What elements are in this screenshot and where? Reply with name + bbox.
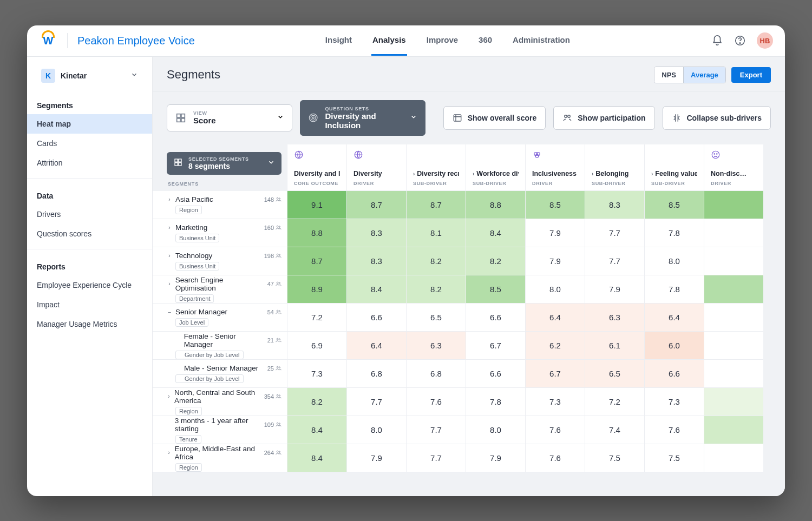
heatmap-cell[interactable]: 6.4 xyxy=(644,304,704,332)
heatmap-cell[interactable]: 7.9 xyxy=(466,444,525,472)
column-header[interactable]: ›Workforce divers…SUB-DRIVER xyxy=(466,144,525,191)
row-header[interactable]: 3 months - 1 year after starting109 Tenu… xyxy=(153,416,287,444)
topnav-item-analysis[interactable]: Analysis xyxy=(371,25,407,56)
heatmap-cell[interactable]: 8.3 xyxy=(346,247,406,275)
score-mode-nps[interactable]: NPS xyxy=(654,67,683,83)
column-header[interactable]: InclusivenessDRIVER xyxy=(525,144,585,191)
heatmap-cell[interactable]: 7.7 xyxy=(585,247,644,275)
sidebar-item-drivers[interactable]: Drivers xyxy=(27,205,152,224)
column-header[interactable]: Diversity and Inclu…CORE OUTCOME xyxy=(287,144,346,191)
heatmap-cell[interactable]: 6.8 xyxy=(406,360,466,388)
row-header[interactable]: ›Technology198 Business Unit xyxy=(153,247,287,275)
heatmap-cell[interactable]: 6.5 xyxy=(406,304,466,332)
heatmap-cell[interactable]: 6.1 xyxy=(585,332,644,360)
heatmap-cell[interactable]: 8.2 xyxy=(466,247,525,275)
heatmap-cell[interactable] xyxy=(704,444,763,472)
heatmap-cell[interactable]: 8.4 xyxy=(466,219,525,247)
heatmap-cell[interactable]: 7.4 xyxy=(585,416,644,444)
heatmap-cell[interactable]: 8.3 xyxy=(346,219,406,247)
heatmap-cell[interactable]: 8.2 xyxy=(406,275,466,304)
heatmap-cell[interactable]: 6.7 xyxy=(466,332,525,360)
heatmap-cell[interactable]: 6.3 xyxy=(406,332,466,360)
expand-icon[interactable]: – xyxy=(167,309,172,315)
heatmap-cell[interactable]: 7.6 xyxy=(406,388,466,416)
heatmap-cell[interactable] xyxy=(704,332,763,360)
row-header[interactable]: ›Asia Pacific148 Region xyxy=(153,191,287,219)
collapse-subdrivers-button[interactable]: Collapse sub-drivers xyxy=(663,106,771,130)
topnav-item-insight[interactable]: Insight xyxy=(324,25,353,56)
heatmap-cell[interactable]: 8.2 xyxy=(406,247,466,275)
heatmap-cell[interactable]: 7.6 xyxy=(525,416,585,444)
expand-icon[interactable]: › xyxy=(167,225,172,230)
heatmap-cell[interactable]: 7.2 xyxy=(585,388,644,416)
row-header[interactable]: Female - Senior Manager21 Gender by Job … xyxy=(153,332,287,360)
heatmap-cell[interactable]: 7.7 xyxy=(346,388,406,416)
view-selector[interactable]: VIEW Score xyxy=(167,104,292,131)
heatmap-cell[interactable]: 7.9 xyxy=(525,219,585,247)
heatmap-cell[interactable]: 6.6 xyxy=(466,304,525,332)
sidebar-item-impact[interactable]: Impact xyxy=(27,295,152,314)
heatmap-cell[interactable]: 8.7 xyxy=(346,191,406,219)
heatmap-cell[interactable] xyxy=(704,275,763,304)
heatmap-cell[interactable]: 8.9 xyxy=(287,275,346,304)
heatmap-cell[interactable]: 6.6 xyxy=(644,360,704,388)
expand-icon[interactable]: › xyxy=(167,281,172,287)
heatmap-cell[interactable]: 8.4 xyxy=(287,416,346,444)
heatmap-cell[interactable]: 8.4 xyxy=(346,275,406,304)
heatmap-cell[interactable]: 8.1 xyxy=(406,219,466,247)
heatmap-cell[interactable]: 7.8 xyxy=(466,388,525,416)
topnav-item-administration[interactable]: Administration xyxy=(512,25,571,56)
sidebar-item-employee-experience-cycle[interactable]: Employee Experience Cycle xyxy=(27,275,152,295)
column-header[interactable]: ›Diversity recruit…SUB-DRIVER xyxy=(406,144,466,191)
heatmap-cell[interactable] xyxy=(704,191,763,219)
export-button[interactable]: Export xyxy=(731,67,771,83)
heatmap-cell[interactable]: 7.9 xyxy=(346,444,406,472)
heatmap-cell[interactable]: 8.2 xyxy=(287,388,346,416)
heatmap-cell[interactable]: 7.2 xyxy=(287,304,346,332)
heatmap-cell[interactable]: 6.3 xyxy=(585,304,644,332)
heatmap-cell[interactable]: 6.4 xyxy=(525,304,585,332)
column-header[interactable]: ›Feeling valuedSUB-DRIVER xyxy=(644,144,704,191)
show-participation-button[interactable]: Show participation xyxy=(553,106,654,130)
sidebar-item-question-scores[interactable]: Question scores xyxy=(27,224,152,243)
heatmap-cell[interactable]: 8.5 xyxy=(644,191,704,219)
heatmap-cell[interactable]: 7.6 xyxy=(525,444,585,472)
row-header[interactable]: ›North, Central and South America354 Reg… xyxy=(153,388,287,416)
heatmap-cell[interactable]: 8.5 xyxy=(466,275,525,304)
sidebar-item-attrition[interactable]: Attrition xyxy=(27,153,152,173)
sidebar-item-heat-map[interactable]: Heat map xyxy=(27,114,152,134)
help-icon[interactable] xyxy=(734,35,746,47)
heatmap-cell[interactable]: 8.3 xyxy=(585,191,644,219)
column-header[interactable]: ›BelongingSUB-DRIVER xyxy=(585,144,644,191)
heatmap-cell[interactable]: 7.6 xyxy=(644,416,704,444)
heatmap-cell[interactable]: 8.0 xyxy=(466,416,525,444)
heatmap-cell[interactable] xyxy=(704,360,763,388)
heatmap-cell[interactable]: 6.9 xyxy=(287,332,346,360)
heatmap-cell[interactable]: 7.8 xyxy=(644,275,704,304)
user-avatar[interactable]: HB xyxy=(757,32,773,49)
row-header[interactable]: ›Marketing160 Business Unit xyxy=(153,219,287,247)
heatmap-cell[interactable]: 7.7 xyxy=(585,219,644,247)
heatmap-cell[interactable]: 7.7 xyxy=(406,416,466,444)
question-set-selector[interactable]: QUESTION SETS Diversity and Inclusion xyxy=(300,100,425,136)
heatmap-cell[interactable]: 8.7 xyxy=(406,191,466,219)
heatmap-cell[interactable]: 8.0 xyxy=(525,275,585,304)
heatmap-cell[interactable]: 7.3 xyxy=(525,388,585,416)
heatmap-cell[interactable] xyxy=(704,416,763,444)
heatmap-cell[interactable]: 7.3 xyxy=(287,360,346,388)
company-selector[interactable]: K Kinetar xyxy=(36,64,143,87)
show-overall-score-button[interactable]: Show overall score xyxy=(443,106,546,130)
heatmap-cell[interactable]: 7.8 xyxy=(644,219,704,247)
notifications-icon[interactable] xyxy=(711,35,723,47)
heatmap-cell[interactable]: 8.0 xyxy=(346,416,406,444)
heatmap-cell[interactable]: 8.5 xyxy=(525,191,585,219)
heatmap-cell[interactable]: 8.0 xyxy=(644,247,704,275)
heatmap-cell[interactable]: 7.3 xyxy=(644,388,704,416)
heatmap-cell[interactable]: 7.9 xyxy=(525,247,585,275)
heatmap-cell[interactable] xyxy=(704,219,763,247)
column-header[interactable]: Non-disc…DRIVER xyxy=(704,144,763,191)
sidebar-item-cards[interactable]: Cards xyxy=(27,134,152,153)
heatmap-cell[interactable]: 6.4 xyxy=(346,332,406,360)
heatmap-cell[interactable]: 9.1 xyxy=(287,191,346,219)
row-header[interactable]: –Senior Manager54 Job Level xyxy=(153,304,287,332)
